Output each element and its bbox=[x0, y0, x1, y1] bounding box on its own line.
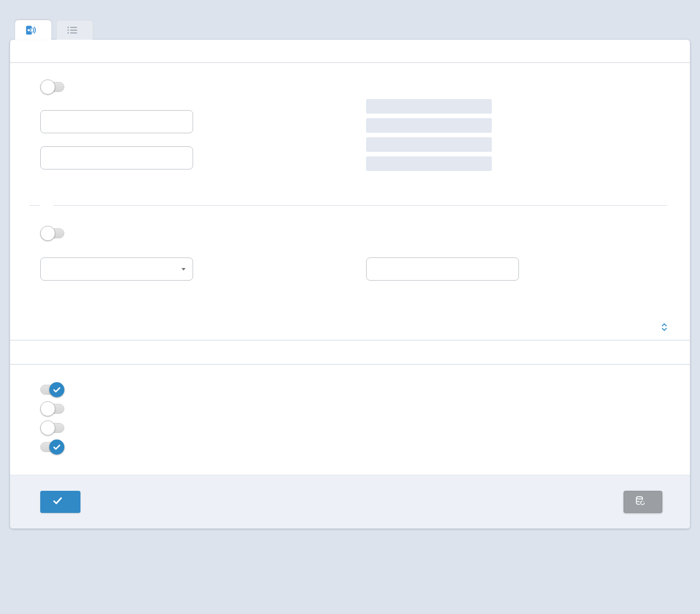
data-connection-reset-toggle-row bbox=[40, 385, 667, 395]
info-row-sim-profile bbox=[366, 156, 667, 171]
main-sim-select[interactable] bbox=[40, 257, 193, 281]
info-label bbox=[366, 156, 492, 171]
toggle-knob bbox=[49, 440, 64, 455]
service-reset-toggle-row bbox=[40, 442, 667, 452]
chevron-down-icon bbox=[182, 268, 186, 271]
info-row-sim-iccid bbox=[366, 118, 667, 133]
radio-reboot-toggle-row bbox=[40, 423, 667, 433]
tab-bar bbox=[15, 20, 690, 40]
expand-collapse-icon bbox=[661, 323, 667, 333]
info-label bbox=[366, 137, 492, 152]
page bbox=[0, 0, 700, 614]
dual-sim-enabled-toggle-row bbox=[40, 228, 667, 238]
tab-cellular-profiles[interactable] bbox=[56, 20, 93, 40]
sim-switchover-toggle-row bbox=[40, 404, 667, 414]
backup-sim-timeout-input[interactable] bbox=[366, 257, 519, 281]
info-label bbox=[366, 99, 492, 114]
toggle-knob bbox=[40, 79, 55, 95]
connection-monitoring-section-heading bbox=[10, 301, 690, 340]
toggle-knob bbox=[40, 420, 55, 435]
info-label bbox=[366, 118, 492, 133]
data-connection-reset-toggle[interactable] bbox=[40, 385, 64, 395]
general-enabled-toggle[interactable] bbox=[40, 82, 64, 92]
connection-recovery-section-heading bbox=[10, 340, 690, 365]
toggle-knob bbox=[40, 226, 55, 241]
dual-sim-section-heading bbox=[29, 205, 667, 206]
toggle-knob bbox=[40, 401, 55, 416]
check-icon bbox=[53, 497, 62, 506]
reset-to-default-button[interactable] bbox=[624, 491, 662, 513]
cellular-signal-icon bbox=[26, 25, 36, 35]
sim-info-table bbox=[366, 99, 667, 171]
dual-sim-enabled-toggle[interactable] bbox=[40, 228, 64, 238]
sim-iccid-redacted-value bbox=[498, 119, 601, 133]
general-configuration-section-heading bbox=[10, 40, 690, 63]
list-icon bbox=[67, 26, 77, 34]
tab-cellular-configuration[interactable] bbox=[15, 20, 51, 40]
toggle-knob bbox=[49, 382, 64, 397]
sim-switchover-toggle[interactable] bbox=[40, 404, 64, 414]
pin-input[interactable] bbox=[40, 110, 193, 133]
connection-monitoring-show-link[interactable] bbox=[658, 323, 667, 333]
panel-footer bbox=[10, 475, 690, 529]
apn-input[interactable] bbox=[40, 146, 193, 169]
radio-reboot-toggle[interactable] bbox=[40, 423, 64, 433]
cellular-configuration-panel bbox=[10, 40, 690, 529]
info-row-provider-profile bbox=[366, 137, 667, 152]
service-reset-toggle[interactable] bbox=[40, 442, 64, 452]
divider bbox=[29, 205, 40, 206]
submit-button[interactable] bbox=[40, 491, 80, 513]
database-reset-icon bbox=[635, 496, 645, 508]
divider bbox=[53, 205, 667, 206]
info-row-active-slot bbox=[366, 99, 667, 114]
general-enabled-toggle-row bbox=[40, 82, 366, 92]
